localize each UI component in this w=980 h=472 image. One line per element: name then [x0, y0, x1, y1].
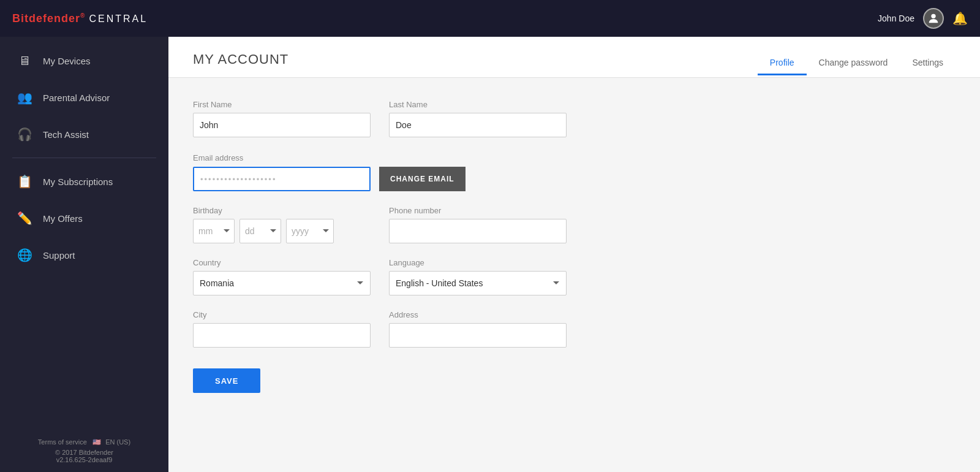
country-select[interactable]: Romania [193, 271, 371, 295]
language-select[interactable]: English - United States [389, 271, 567, 295]
user-avatar[interactable] [923, 8, 944, 29]
content-area: MY ACCOUNT Profile Change password Setti… [168, 37, 980, 472]
flag-icon: 🇺🇸 [92, 438, 101, 446]
save-row: SAVE [193, 362, 956, 393]
language-label: Language [389, 258, 567, 267]
country-language-row: Country Romania Language English - Unite… [193, 258, 956, 295]
birthday-label: Birthday [193, 206, 371, 215]
change-email-button[interactable]: CHANGE EMAIL [379, 167, 466, 191]
product-name: CENTRAL [89, 13, 148, 24]
app-logo: Bitdefender® CENTRAL [12, 12, 148, 25]
sidebar-divider [12, 158, 156, 158]
parental-icon: 👥 [17, 90, 32, 105]
sidebar-item-tech-assist[interactable]: 🎧 Tech Assist [0, 116, 168, 153]
email-input[interactable] [193, 167, 371, 191]
tab-change-password[interactable]: Change password [807, 51, 900, 75]
country-label: Country [193, 258, 371, 267]
birthday-day-select[interactable]: dd [239, 219, 281, 243]
copyright-text: © 2017 Bitdefender [12, 449, 156, 456]
first-name-group: First Name [193, 100, 371, 137]
svg-point-0 [931, 14, 935, 18]
address-group: Address [389, 310, 567, 348]
sidebar-label-support: Support [43, 250, 75, 261]
language-label: EN (US) [105, 438, 130, 446]
email-row: Email address CHANGE EMAIL [193, 152, 956, 191]
language-group: Language English - United States [389, 258, 567, 295]
last-name-label: Last Name [389, 100, 567, 109]
last-name-group: Last Name [389, 100, 567, 137]
sidebar-label-parental-advisor: Parental Advisor [43, 93, 110, 103]
subscriptions-icon: 📋 [17, 174, 32, 189]
city-input[interactable] [193, 323, 371, 348]
city-label: City [193, 310, 371, 319]
sidebar-item-my-subscriptions[interactable]: 📋 My Subscriptions [0, 163, 168, 200]
monitor-icon: 🖥 [17, 54, 32, 68]
support-icon: 🌐 [17, 248, 32, 262]
first-name-input[interactable] [193, 113, 371, 137]
main-layout: 🖥 My Devices 👥 Parental Advisor 🎧 Tech A… [0, 37, 980, 472]
headset-icon: 🎧 [17, 127, 32, 142]
sidebar-label-my-devices: My Devices [43, 56, 91, 66]
country-group: Country Romania [193, 258, 371, 295]
terms-of-service-link[interactable]: Terms of service [38, 438, 87, 446]
sidebar-item-my-devices[interactable]: 🖥 My Devices [0, 43, 168, 79]
birthday-selects: mm dd yyyy [193, 219, 371, 243]
version-text: v2.16.625-2deaaf9 [12, 456, 156, 463]
phone-group: Phone number [389, 206, 567, 243]
birthday-month-select[interactable]: mm [193, 219, 235, 243]
tab-profile[interactable]: Profile [758, 51, 807, 75]
offers-icon: ✏️ [17, 211, 32, 226]
sidebar-label-my-offers: My Offers [43, 213, 83, 224]
save-button[interactable]: SAVE [193, 368, 260, 393]
birthday-year-select[interactable]: yyyy [286, 219, 334, 243]
user-name-label: John Doe [878, 13, 914, 23]
birthday-group: Birthday mm dd yyyy [193, 206, 371, 243]
sidebar-footer: Terms of service 🇺🇸 EN (US) © 2017 Bitde… [0, 430, 168, 472]
topbar-right: John Doe 🔔 [878, 8, 968, 29]
phone-input[interactable] [389, 219, 567, 243]
sidebar-item-parental-advisor[interactable]: 👥 Parental Advisor [0, 79, 168, 116]
tab-settings[interactable]: Settings [900, 51, 956, 75]
birthday-phone-row: Birthday mm dd yyyy Phone numb [193, 206, 956, 243]
page-title: MY ACCOUNT [193, 51, 288, 67]
brand-name: Bitdefender® [12, 12, 85, 25]
address-label: Address [389, 310, 567, 319]
phone-label: Phone number [389, 206, 567, 215]
form-area: First Name Last Name Email address CHANG… [168, 78, 980, 415]
address-input[interactable] [389, 323, 567, 348]
sidebar-nav: 🖥 My Devices 👥 Parental Advisor 🎧 Tech A… [0, 43, 168, 430]
topbar: Bitdefender® CENTRAL John Doe 🔔 [0, 0, 980, 37]
sidebar-item-my-offers[interactable]: ✏️ My Offers [0, 200, 168, 237]
name-row: First Name Last Name [193, 100, 956, 137]
first-name-label: First Name [193, 100, 371, 109]
sidebar-item-support[interactable]: 🌐 Support [0, 237, 168, 273]
page-header: MY ACCOUNT Profile Change password Setti… [168, 37, 980, 78]
last-name-input[interactable] [389, 113, 567, 137]
sidebar-label-my-subscriptions: My Subscriptions [43, 177, 113, 187]
city-address-row: City Address [193, 310, 956, 348]
city-group: City [193, 310, 371, 348]
sidebar-label-tech-assist: Tech Assist [43, 129, 89, 140]
notifications-bell-icon[interactable]: 🔔 [952, 11, 968, 26]
tabs: Profile Change password Settings [758, 51, 956, 75]
email-label: Email address [193, 153, 243, 162]
sidebar: 🖥 My Devices 👥 Parental Advisor 🎧 Tech A… [0, 37, 168, 472]
